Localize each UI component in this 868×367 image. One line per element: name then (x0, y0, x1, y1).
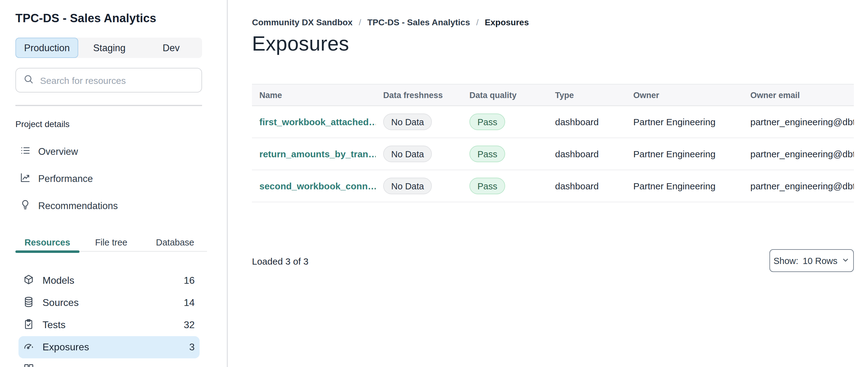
project-details-label: Project details (16, 119, 70, 129)
exposure-link[interactable]: first_workbook_attached (259, 117, 369, 127)
type-cell: dashboard (548, 149, 626, 159)
lightbulb-icon (20, 199, 31, 213)
exposure-name-cell: first_workbook_attached… (252, 117, 376, 127)
show-label: Show: (773, 256, 798, 265)
clipboard-check-icon (23, 318, 34, 332)
env-tab-production[interactable]: Production (16, 38, 79, 58)
show-value: 10 Rows (803, 256, 838, 265)
nav-label-overview: Overview (38, 146, 78, 157)
exposures-table: Name Data freshness Data quality Type Ow… (252, 84, 854, 202)
table-row: return_amounts_by_tran… No Data Pass das… (252, 138, 854, 170)
nav-item-overview[interactable]: Overview (16, 138, 202, 165)
cube-icon (23, 274, 34, 288)
tab-resources[interactable]: Resources (16, 233, 79, 251)
resource-label-exposures: Exposures (42, 342, 181, 353)
breadcrumb-item-project[interactable]: TPC-DS - Sales Analytics (368, 17, 470, 27)
data-quality-cell: Pass (462, 178, 548, 194)
breadcrumb-item-account[interactable]: Community DX Sandbox (252, 17, 353, 27)
exposure-name-cell: second_workbook_conn… (252, 181, 376, 191)
main-content: Community DX Sandbox / TPC-DS - Sales An… (228, 0, 868, 367)
exposure-link-ellipsis[interactable]: … (368, 149, 376, 159)
env-tab-staging[interactable]: Staging (79, 38, 141, 58)
sidebar-divider (16, 105, 202, 106)
resource-item-exposures[interactable]: Exposures 3 (19, 336, 199, 358)
breadcrumb-item-current: Exposures (485, 17, 529, 27)
chart-line-icon (20, 172, 31, 186)
chevron-down-icon (842, 255, 850, 266)
app-window: TPC-DS - Sales Analytics Production Stag… (0, 0, 868, 367)
exposure-link[interactable]: second_workbook_conn (259, 181, 368, 191)
quality-badge: Pass (469, 178, 505, 194)
search-icon (23, 74, 34, 87)
nav-item-performance[interactable]: Performance (16, 165, 202, 193)
resource-view-tabs: Resources File tree Database (16, 233, 207, 252)
resource-count-tests: 32 (184, 319, 195, 331)
column-header-owner[interactable]: Owner (626, 90, 743, 100)
quality-badge: Pass (469, 146, 505, 162)
page-title: Exposures (252, 32, 349, 56)
owner-cell: Partner Engineering (626, 117, 743, 127)
env-tab-dev[interactable]: Dev (140, 38, 202, 58)
exposure-name-cell: return_amounts_by_tran… (252, 149, 376, 159)
resource-item-models[interactable]: Models 16 (19, 270, 199, 292)
nav-label-recommendations: Recommendations (38, 200, 118, 211)
table-row: first_workbook_attached… No Data Pass da… (252, 106, 854, 138)
column-header-data-quality[interactable]: Data quality (462, 90, 548, 100)
resource-label-tests: Tests (42, 319, 176, 331)
loaded-status: Loaded 3 of 3 (252, 256, 309, 266)
column-header-data-freshness[interactable]: Data freshness (376, 90, 462, 100)
project-nav: Overview Performance (16, 138, 202, 220)
column-header-owner-email[interactable]: Owner email (743, 90, 854, 100)
search-input[interactable] (40, 75, 194, 85)
exposure-link-ellipsis[interactable]: … (368, 181, 376, 191)
exposure-link-ellipsis[interactable]: … (369, 117, 376, 127)
column-header-type[interactable]: Type (548, 90, 626, 100)
breadcrumb-separator: / (359, 17, 361, 27)
sidebar: TPC-DS - Sales Analytics Production Stag… (0, 0, 227, 367)
freshness-badge: No Data (383, 178, 432, 194)
grid-icon (23, 362, 34, 367)
freshness-badge: No Data (383, 113, 432, 130)
breadcrumb: Community DX Sandbox / TPC-DS - Sales An… (252, 17, 529, 27)
tab-file-tree[interactable]: File tree (79, 233, 143, 251)
data-freshness-cell: No Data (376, 178, 462, 194)
column-header-name[interactable]: Name (252, 90, 376, 100)
nav-item-recommendations[interactable]: Recommendations (16, 193, 202, 220)
quality-badge: Pass (469, 113, 505, 130)
breadcrumb-separator: / (476, 17, 479, 27)
data-freshness-cell: No Data (376, 113, 462, 130)
rows-per-page-select[interactable]: Show: 10 Rows (769, 249, 854, 272)
owner-cell: Partner Engineering (626, 181, 743, 191)
type-cell: dashboard (548, 117, 626, 127)
owner-email-cell: partner_engineering@dbt… (743, 149, 854, 159)
resource-label-models: Models (42, 275, 176, 286)
gauge-icon (23, 340, 34, 355)
environment-tabs: Production Staging Dev (16, 38, 202, 58)
resource-count-sources: 14 (184, 297, 195, 308)
database-icon (23, 296, 34, 310)
table-row: second_workbook_conn… No Data Pass dashb… (252, 170, 854, 202)
owner-cell: Partner Engineering (626, 149, 743, 159)
resource-item-tests[interactable]: Tests 32 (19, 314, 199, 336)
resource-label-sources: Sources (42, 297, 176, 308)
data-quality-cell: Pass (462, 146, 548, 162)
list-icon (20, 145, 31, 159)
type-cell: dashboard (548, 181, 626, 191)
nav-label-performance: Performance (38, 173, 93, 185)
owner-email-cell: partner_engineering@dbt… (743, 117, 854, 127)
tab-database[interactable]: Database (143, 233, 207, 251)
resource-item-sources[interactable]: Sources 14 (19, 292, 199, 314)
data-quality-cell: Pass (462, 113, 548, 130)
exposure-link[interactable]: return_amounts_by_tran (259, 149, 368, 159)
sidebar-main-divider (227, 0, 228, 367)
table-header-row: Name Data freshness Data quality Type Ow… (252, 84, 854, 106)
resource-count-models: 16 (184, 275, 195, 286)
resource-list: Models 16 Sources 14 (19, 270, 199, 367)
resource-count-exposures: 3 (189, 342, 195, 353)
freshness-badge: No Data (383, 146, 432, 162)
project-title: TPC-DS - Sales Analytics (16, 12, 156, 25)
resource-search[interactable] (16, 68, 202, 92)
resource-item-partial[interactable] (19, 358, 199, 367)
owner-email-cell: partner_engineering@dbt… (743, 181, 854, 191)
data-freshness-cell: No Data (376, 146, 462, 162)
